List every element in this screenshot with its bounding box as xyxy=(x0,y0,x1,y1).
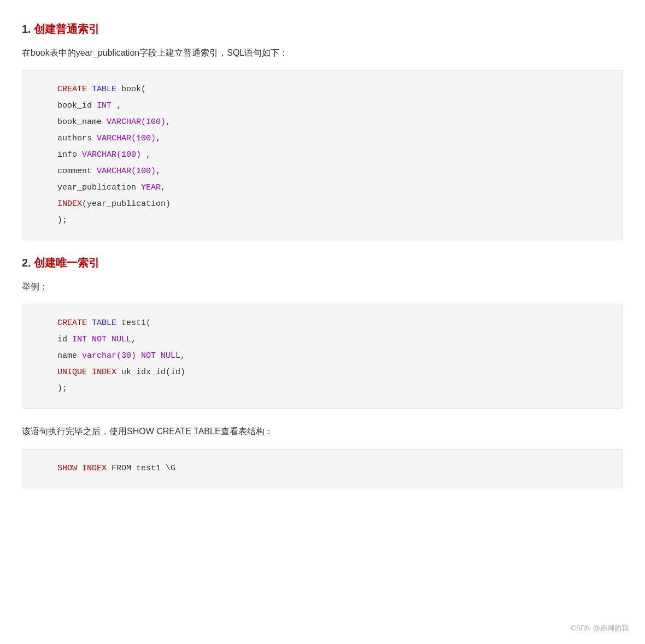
section-1-heading: 1. 创建普通索引 xyxy=(22,22,623,37)
code-line: CREATE TABLE book( xyxy=(38,81,607,98)
section-1: 1. 创建普通索引 在book表中的year_publication字段上建立普… xyxy=(22,22,623,240)
section-2: 2. 创建唯一索引 举例： CREATE TABLE test1( id INT… xyxy=(22,256,623,409)
section-2-description: 举例： xyxy=(22,279,623,294)
code-line: ); xyxy=(38,212,607,229)
code-line: INDEX(year_publication) xyxy=(38,196,607,212)
post-description: 该语句执行完毕之后，使用SHOW CREATE TABLE查看表结构： xyxy=(22,424,623,439)
section-1-num: 1. xyxy=(22,23,34,35)
code-line: comment VARCHAR(100), xyxy=(38,163,607,180)
code-line: id INT NOT NULL, xyxy=(38,332,607,348)
section-1-description: 在book表中的year_publication字段上建立普通索引，SQL语句如… xyxy=(22,45,623,60)
section-2-num: 2. xyxy=(22,257,34,269)
code-line: CREATE TABLE test1( xyxy=(38,315,607,332)
code-line: SHOW INDEX FROM test1 \G xyxy=(38,460,607,477)
code-line: year_publication YEAR, xyxy=(38,180,607,196)
code-line: book_name VARCHAR(100), xyxy=(38,114,607,131)
section-2-heading: 2. 创建唯一索引 xyxy=(22,256,623,270)
code-line: UNIQUE INDEX uk_idx_id(id) xyxy=(38,364,607,381)
code-line: book_id INT , xyxy=(38,98,607,114)
section-1-title: 创建普通索引 xyxy=(34,23,99,35)
section-2-code: CREATE TABLE test1( id INT NOT NULL, nam… xyxy=(22,304,623,409)
code-line: ); xyxy=(38,381,607,397)
code-line: info VARCHAR(100) , xyxy=(38,147,607,163)
section-1-code: CREATE TABLE book( book_id INT , book_na… xyxy=(22,70,623,240)
section-2-title: 创建唯一索引 xyxy=(34,257,99,269)
code-line: name varchar(30) NOT NULL, xyxy=(38,348,607,364)
section-3-code: SHOW INDEX FROM test1 \G xyxy=(22,449,623,488)
code-line: authors VARCHAR(100), xyxy=(38,131,607,147)
